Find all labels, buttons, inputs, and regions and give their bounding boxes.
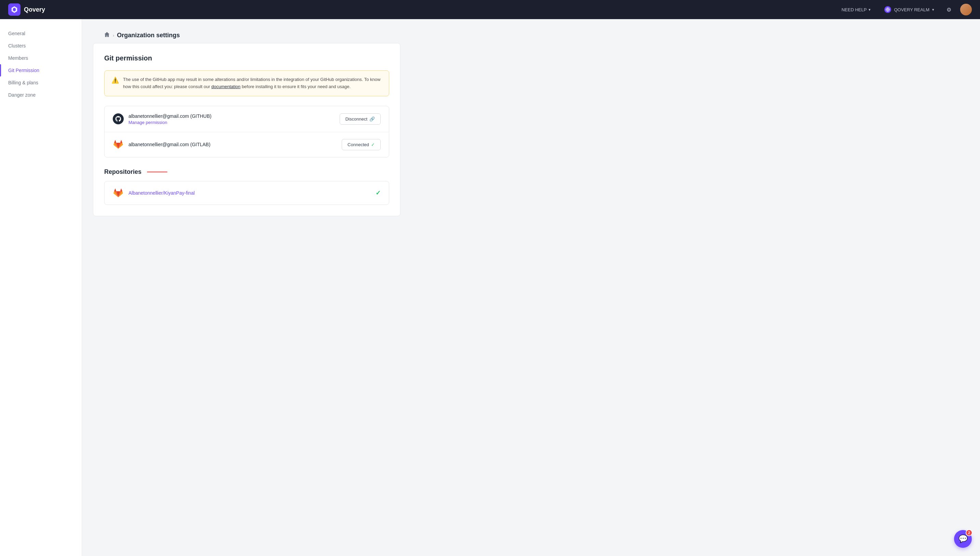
card-title: Git permission [104, 54, 389, 62]
repositories-section: Repositories [104, 168, 389, 205]
gitlab-icon [113, 139, 124, 150]
github-icon [113, 113, 124, 124]
qovery-logo [8, 3, 21, 16]
help-chevron-icon: ▾ [868, 8, 871, 12]
page-layout: General Clusters Members Git Permission … [0, 19, 980, 556]
disconnect-button[interactable]: Disconnect 🔗 [340, 113, 381, 124]
topnav: Qovery NEED HELP ▾ QOVERY REALM ▾ ⚙ [0, 0, 980, 19]
sidebar-item-billing[interactable]: Billing & plans [0, 76, 82, 89]
main-content: › Organization settings Git permission ⚠… [82, 19, 980, 556]
topnav-left: Qovery [8, 3, 45, 16]
topnav-right: NEED HELP ▾ QOVERY REALM ▾ ⚙ [838, 4, 972, 15]
sidebar-item-danger-zone[interactable]: Danger zone [0, 89, 82, 101]
github-account-row: albanetonnellier@gmail.com (GITHUB) Mana… [105, 106, 389, 132]
realm-button[interactable]: QOVERY REALM ▾ [881, 4, 938, 15]
page-title: Organization settings [117, 32, 180, 39]
repo-left: Albanetonnellier/KiyanPay-final [113, 187, 195, 199]
settings-gear-button[interactable]: ⚙ [944, 5, 953, 15]
sidebar-item-git-permission[interactable]: Git Permission [0, 64, 82, 76]
manage-permission-link[interactable]: Manage permission [128, 120, 212, 125]
help-label: NEED HELP [842, 7, 867, 12]
breadcrumb-home-icon[interactable] [104, 31, 110, 39]
realm-label: QOVERY REALM [894, 7, 930, 12]
user-avatar[interactable] [960, 4, 972, 15]
gitlab-account-info: albanetonnellier@gmail.com (GITLAB) [128, 141, 211, 147]
sidebar: General Clusters Members Git Permission … [0, 19, 82, 556]
github-account-info: albanetonnellier@gmail.com (GITHUB) Mana… [128, 113, 212, 125]
repo-gitlab-icon [113, 187, 124, 199]
repo-check-icon: ✓ [376, 189, 381, 197]
warning-box: ⚠️ The use of the GitHub app may result … [104, 70, 389, 96]
link-icon: 🔗 [369, 116, 375, 121]
brand-name: Qovery [24, 6, 45, 13]
sidebar-item-general[interactable]: General [0, 27, 82, 40]
github-email: albanetonnellier@gmail.com (GITHUB) [128, 113, 212, 119]
sidebar-item-members[interactable]: Members [0, 52, 82, 64]
help-button[interactable]: NEED HELP ▾ [838, 5, 875, 15]
connected-check-icon: ✓ [371, 142, 375, 147]
warning-icon: ⚠️ [112, 76, 119, 84]
repositories-title: Repositories [104, 168, 141, 176]
github-account-left: albanetonnellier@gmail.com (GITHUB) Mana… [113, 113, 212, 125]
chat-button[interactable]: 💬 2 [954, 530, 972, 548]
realm-icon [884, 6, 891, 13]
gitlab-account-left: albanetonnellier@gmail.com (GITLAB) [113, 139, 211, 150]
chat-icon: 💬 [959, 535, 968, 543]
chat-badge: 2 [965, 529, 972, 536]
connected-button[interactable]: Connected ✓ [342, 139, 381, 150]
breadcrumb: › Organization settings [93, 24, 969, 43]
title-underline [147, 171, 167, 173]
realm-chevron-icon: ▾ [932, 8, 934, 12]
documentation-link[interactable]: documentation [211, 84, 240, 89]
repo-link[interactable]: Albanetonnellier/KiyanPay-final [128, 190, 195, 196]
gitlab-account-row: albanetonnellier@gmail.com (GITLAB) Conn… [105, 132, 389, 157]
content-card: Git permission ⚠️ The use of the GitHub … [93, 43, 400, 216]
repo-row: Albanetonnellier/KiyanPay-final ✓ [105, 181, 389, 205]
gitlab-email: albanetonnellier@gmail.com (GITLAB) [128, 142, 211, 147]
accounts-section: albanetonnellier@gmail.com (GITHUB) Mana… [104, 106, 389, 157]
disconnect-label: Disconnect [345, 116, 367, 121]
warning-text: The use of the GitHub app may result in … [123, 76, 382, 91]
repositories-title-row: Repositories [104, 168, 389, 176]
sidebar-item-clusters[interactable]: Clusters [0, 40, 82, 52]
breadcrumb-separator: › [113, 33, 114, 38]
repos-list: Albanetonnellier/KiyanPay-final ✓ [104, 181, 389, 205]
connected-label: Connected [348, 142, 369, 147]
